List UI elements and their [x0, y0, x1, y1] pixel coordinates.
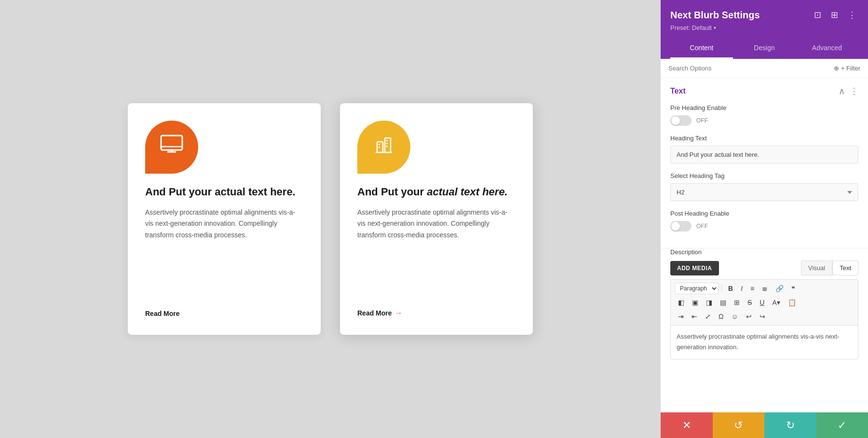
add-media-button[interactable]: ADD MEDIA [670, 261, 719, 275]
pre-heading-field: Pre Heading Enable OFF [670, 104, 858, 126]
select-heading-field: Select Heading Tag H1 H2 H3 H4 H5 H6 [670, 172, 858, 201]
readmore-label-2: Read More [357, 309, 392, 317]
section-header-actions: ∧ ⋮ [839, 86, 858, 96]
blockquote-btn[interactable]: ❝ [788, 283, 799, 295]
post-heading-field: Post Heading Enable OFF [670, 210, 858, 232]
svg-rect-9 [386, 143, 388, 144]
svg-rect-8 [386, 140, 388, 141]
editor-view-tabs: Visual Text [801, 260, 858, 275]
toolbar-row-1: Paragraph B I ≡ ≣ 🔗 ❝ [675, 283, 854, 295]
canvas-area: And Put your actual text here. Assertive… [0, 0, 661, 438]
section-content-text: Pre Heading Enable OFF Heading Text Sele… [661, 104, 868, 248]
toolbar-row-3: ⇥ ⇤ ⤢ Ω ☺ ↩ ↪ [675, 311, 854, 323]
align-left-btn[interactable]: ◧ [675, 297, 688, 309]
table-btn[interactable]: ⊞ [731, 297, 743, 309]
filter-icon: ⊕ [834, 65, 839, 72]
post-heading-toggle-wrap: OFF [670, 221, 858, 232]
more-icon-btn[interactable]: ⋮ [846, 9, 858, 21]
editor-tab-visual[interactable]: Visual [801, 260, 832, 275]
unordered-list-btn[interactable]: ≡ [747, 283, 758, 295]
panel-tabs: Content Design Advanced [670, 38, 858, 59]
heading-text-label: Heading Text [670, 135, 858, 142]
align-right-btn[interactable]: ◨ [703, 297, 716, 309]
post-heading-toggle[interactable] [670, 221, 692, 232]
card-icon-wrap-1 [145, 121, 198, 174]
bold-btn[interactable]: B [725, 283, 736, 295]
building-icon [373, 134, 394, 160]
text-color-btn[interactable]: A▾ [769, 297, 783, 309]
special-char-btn[interactable]: Ω [715, 311, 727, 323]
post-heading-label: Post Heading Enable [670, 210, 858, 217]
svg-rect-0 [161, 136, 182, 150]
undo-button[interactable]: ↺ [713, 412, 765, 438]
readmore-arrow: → [395, 309, 403, 317]
section-more-btn[interactable]: ⋮ [850, 86, 858, 96]
redo-button[interactable]: ↻ [764, 412, 816, 438]
section-collapse-btn[interactable]: ∧ [839, 86, 845, 96]
heading-text-input[interactable] [670, 146, 858, 164]
pre-heading-toggle-wrap: OFF [670, 115, 858, 126]
heading-text-field: Heading Text [670, 135, 858, 164]
blurb-card-1: And Put your actual text here. Assertive… [128, 103, 321, 335]
description-label: Description [670, 248, 858, 256]
select-heading-input[interactable]: H1 H2 H3 H4 H5 H6 [670, 183, 858, 201]
ordered-list-btn[interactable]: ≣ [759, 283, 771, 295]
editor-content[interactable]: Assertively procrastinate optimal alignm… [670, 325, 858, 359]
layout-icon-btn[interactable]: ⊞ [829, 9, 840, 21]
preset-caret: ▾ [714, 25, 716, 30]
link-btn[interactable]: 🔗 [772, 283, 787, 295]
editor-toolbar-top: ADD MEDIA Visual Text [670, 260, 858, 275]
card-heading-2: And Put your actual text here. [357, 185, 515, 199]
editor-toolbar: Paragraph B I ≡ ≣ 🔗 ❝ ◧ ▣ ◨ ▤ ⊞ [670, 279, 858, 325]
paragraph-select[interactable]: Paragraph [675, 283, 719, 294]
search-input[interactable] [668, 65, 830, 72]
paste-btn[interactable]: 📋 [785, 297, 800, 309]
outdent-btn[interactable]: ⇤ [688, 311, 701, 323]
underline-btn[interactable]: U [756, 297, 768, 309]
description-section: Description ADD MEDIA Visual Text Paragr… [661, 248, 868, 367]
indent-btn[interactable]: ⇥ [675, 311, 687, 323]
svg-rect-6 [379, 144, 380, 145]
italic-btn[interactable]: I [737, 283, 746, 295]
panel-header-top: Next Blurb Settings ⊡ ⊞ ⋮ [670, 9, 858, 21]
tab-advanced[interactable]: Advanced [796, 38, 858, 59]
panel-header-actions: ⊡ ⊞ ⋮ [812, 9, 858, 21]
tab-content[interactable]: Content [670, 38, 733, 59]
settings-panel: Next Blurb Settings ⊡ ⊞ ⋮ Preset: Defaul… [661, 0, 868, 438]
post-heading-toggle-label: OFF [696, 223, 708, 230]
card-body-1: Assertively procrastinate optimal alignm… [145, 207, 303, 241]
undo-editor-btn[interactable]: ↩ [743, 311, 755, 323]
responsive-icon-btn[interactable]: ⊡ [812, 9, 823, 21]
align-justify-btn[interactable]: ▤ [717, 297, 730, 309]
blurb-card-2: And Put your actual text here. Assertive… [340, 103, 533, 335]
card-readmore-1[interactable]: Read More [145, 310, 303, 317]
emoji-btn[interactable]: ☺ [728, 311, 741, 323]
redo-editor-btn[interactable]: ↪ [756, 311, 769, 323]
strikethrough-btn[interactable]: S [744, 297, 755, 309]
card-body-2: Assertively procrastinate optimal alignm… [357, 207, 515, 241]
toolbar-sep-1 [721, 284, 722, 293]
preset-label[interactable]: Preset: Default ▾ [670, 24, 858, 31]
card-icon-wrap-2 [357, 121, 410, 174]
section-header-text: Text ∧ ⋮ [661, 78, 868, 104]
card-readmore-2[interactable]: Read More → [357, 309, 515, 317]
pre-heading-label: Pre Heading Enable [670, 104, 858, 111]
fullscreen-btn[interactable]: ⤢ [702, 311, 714, 323]
tab-design[interactable]: Design [733, 38, 796, 59]
panel-header: Next Blurb Settings ⊡ ⊞ ⋮ Preset: Defaul… [661, 0, 868, 59]
panel-footer: ✕ ↺ ↻ ✓ [661, 412, 868, 438]
text-section: Text ∧ ⋮ Pre Heading Enable OFF H [661, 78, 868, 248]
select-heading-label: Select Heading Tag [670, 172, 858, 179]
toolbar-row-2: ◧ ▣ ◨ ▤ ⊞ S U A▾ 📋 [675, 297, 854, 309]
editor-tab-text[interactable]: Text [832, 260, 858, 275]
readmore-label-1: Read More [145, 310, 180, 317]
cancel-button[interactable]: ✕ [661, 412, 713, 438]
panel-body: ⊕ + Filter Text ∧ ⋮ Pre Heading Enable [661, 59, 868, 412]
svg-rect-7 [379, 147, 380, 148]
svg-rect-10 [386, 146, 388, 147]
align-center-btn[interactable]: ▣ [689, 297, 702, 309]
filter-button[interactable]: ⊕ + Filter [834, 65, 860, 72]
save-button[interactable]: ✓ [816, 412, 868, 438]
pre-heading-toggle[interactable] [670, 115, 692, 126]
card-heading-1: And Put your actual text here. [145, 185, 303, 199]
